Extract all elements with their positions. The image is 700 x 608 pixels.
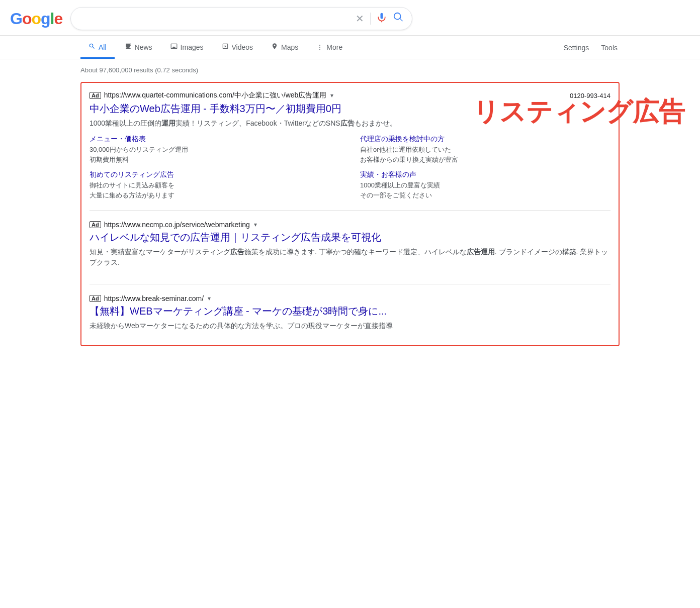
results-info: About 97,600,000 results (0.72 seconds): [0, 62, 700, 78]
tab-images[interactable]: Images: [162, 37, 212, 59]
ad-item-1: Ad https://www.quartet-communications.co…: [90, 91, 610, 211]
ad2-description: 知見・実績豊富なマーケターがリスティング広告施策を成功に導きます. 丁寧かつ的確…: [90, 247, 610, 268]
ad2-title[interactable]: ハイレベルな知見での広告運用｜リスティング広告成果を可視化: [90, 231, 610, 244]
ad2-url: https://www.necmp.co.jp/service/webmarke…: [104, 221, 250, 229]
sitelink-1-title[interactable]: メニュー・価格表: [90, 135, 340, 144]
search-bar-icons: ✕: [356, 12, 404, 26]
sitelink-3-title[interactable]: 初めてのリスティング広告: [90, 170, 340, 179]
clear-icon[interactable]: ✕: [356, 13, 364, 25]
ad3-badge: Ad: [90, 295, 101, 302]
mic-icon[interactable]: [377, 13, 387, 25]
maps-icon: [271, 43, 278, 51]
tab-news[interactable]: News: [117, 37, 160, 59]
sitelink-3: 初めてのリスティング広告 御社のサイトに見込み顧客を 大量に集める方法があります: [90, 170, 340, 200]
news-icon: [125, 43, 132, 51]
sitelink-2-desc: 自社or他社に運用依頼していた お客様からの乗り換え実績が豊富: [360, 145, 610, 164]
ad1-badge: Ad: [90, 92, 101, 99]
ad1-url-line: Ad https://www.quartet-communications.co…: [90, 91, 610, 100]
divider: [370, 13, 371, 25]
tab-more-label: More: [326, 43, 342, 51]
tools-link[interactable]: Tools: [599, 38, 620, 58]
tab-maps-label: Maps: [281, 43, 298, 51]
all-icon: [89, 43, 96, 51]
ad2-url-line: Ad https://www.necmp.co.jp/service/webma…: [90, 221, 610, 229]
ad-item-3: Ad https://www.break-seminar.com/ ▾ 【無料】…: [90, 294, 610, 331]
sitelink-4-title[interactable]: 実績・お客様の声: [360, 170, 610, 179]
ad3-url-line: Ad https://www.break-seminar.com/ ▾: [90, 294, 610, 302]
ad-container: Ad https://www.quartet-communications.co…: [80, 82, 620, 346]
header: Google 広告運用 ✕: [0, 0, 700, 36]
main-content: Ad https://www.quartet-communications.co…: [0, 82, 700, 346]
google-logo[interactable]: Google: [10, 10, 62, 28]
sitelink-1-desc: 30,000円からのリスティング運用 初期費用無料: [90, 145, 340, 164]
ad3-title[interactable]: 【無料】WEBマーケティング講座 - マーケの基礎が3時間で身に...: [90, 305, 610, 318]
sitelink-2: 代理店の乗換を検討中の方 自社or他社に運用依頼していた お客様からの乗り換え実…: [360, 135, 610, 164]
sitelink-3-desc: 御社のサイトに見込み顧客を 大量に集める方法があります: [90, 180, 340, 200]
nav-tabs: All News Images Videos Maps: [0, 37, 700, 59]
sitelink-4: 実績・お客様の声 1000業種以上の豊富な実績 その一部をご覧ください: [360, 170, 610, 200]
tab-images-label: Images: [181, 43, 204, 51]
search-submit-icon[interactable]: [393, 12, 404, 26]
settings-link[interactable]: Settings: [562, 38, 591, 58]
sitelink-2-title[interactable]: 代理店の乗換を検討中の方: [360, 135, 610, 144]
tab-videos-label: Videos: [232, 43, 253, 51]
ad1-sitelinks: メニュー・価格表 30,000円からのリスティング運用 初期費用無料 代理店の乗…: [90, 135, 610, 200]
nav-settings-group: Settings Tools: [562, 38, 620, 58]
more-icon: ⋮: [316, 43, 323, 51]
ad3-dropdown[interactable]: ▾: [208, 295, 211, 302]
ad1-title[interactable]: 中小企業のWeb広告運用 - 手数料3万円〜／初期費用0円: [90, 102, 610, 115]
ad-item-2: Ad https://www.necmp.co.jp/service/webma…: [90, 221, 610, 284]
ad1-url: https://www.quartet-communications.com/中…: [104, 91, 327, 100]
tab-all[interactable]: All: [80, 37, 115, 59]
ad1-dropdown[interactable]: ▾: [330, 92, 333, 99]
sitelink-1: メニュー・価格表 30,000円からのリスティング運用 初期費用無料: [90, 135, 340, 164]
ad3-url: https://www.break-seminar.com/: [104, 294, 204, 302]
search-input[interactable]: 広告運用: [79, 14, 351, 24]
tab-more[interactable]: ⋮ More: [308, 37, 351, 59]
ad2-badge: Ad: [90, 221, 101, 228]
tab-maps[interactable]: Maps: [263, 37, 306, 59]
tab-news-label: News: [135, 43, 152, 51]
ad2-dropdown[interactable]: ▾: [254, 221, 257, 228]
ad3-description: 未経験からWebマーケターになるための具体的な方法を学ぶ。プロの現役マーケターが…: [90, 321, 610, 331]
search-bar: 広告運用 ✕: [70, 7, 412, 30]
tab-all-label: All: [99, 43, 107, 51]
ad1-description: 1000業種以上の圧倒的運用実績！リスティング、Facebook・Twitter…: [90, 118, 610, 129]
videos-icon: [222, 43, 229, 51]
images-icon: [170, 43, 178, 51]
sitelink-4-desc: 1000業種以上の豊富な実績 その一部をご覧ください: [360, 180, 610, 200]
tab-videos[interactable]: Videos: [214, 37, 261, 59]
ad1-phone: 0120-993-414: [570, 92, 610, 99]
